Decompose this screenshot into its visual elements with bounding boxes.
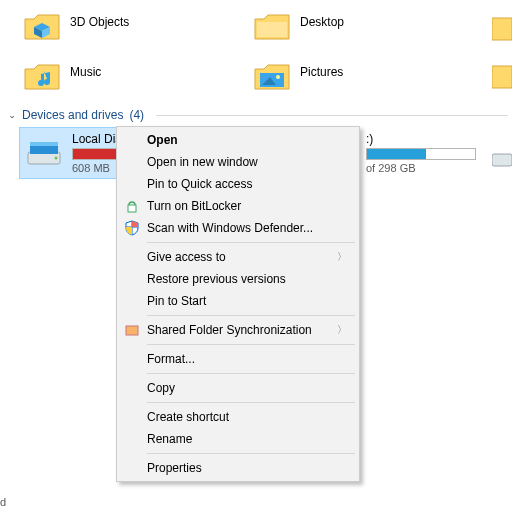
menu-separator <box>147 453 355 454</box>
drive-icon <box>26 136 62 170</box>
folder-label: Music <box>70 65 101 91</box>
svg-point-10 <box>55 157 58 160</box>
menu-restore-previous[interactable]: Restore previous versions <box>119 268 357 290</box>
chevron-down-icon: ⌄ <box>8 111 16 120</box>
menu-label: Create shortcut <box>147 410 229 424</box>
group-title: Devices and drives <box>22 108 123 122</box>
context-menu: Open Open in new window Pin to Quick acc… <box>116 126 360 482</box>
chevron-right-icon: 〉 <box>337 250 347 264</box>
menu-label: Shared Folder Synchronization <box>147 323 312 337</box>
menu-label: Turn on BitLocker <box>147 199 241 213</box>
menu-label: Scan with Windows Defender... <box>147 221 313 235</box>
menu-label: Copy <box>147 381 175 395</box>
menu-pin-start[interactable]: Pin to Start <box>119 290 357 312</box>
capacity-bar <box>366 148 476 160</box>
folder-music[interactable]: Music <box>24 56 254 100</box>
menu-rename[interactable]: Rename <box>119 428 357 450</box>
folder-row: Music Pictures <box>0 50 512 100</box>
folder-icon <box>254 13 290 43</box>
shield-icon <box>124 220 140 236</box>
partial-folder-icon <box>492 14 512 42</box>
folder-3d-icon <box>24 13 60 43</box>
drive-subtext: of 298 GB <box>366 162 494 174</box>
svg-rect-3 <box>257 22 287 37</box>
folder-music-icon <box>24 63 60 93</box>
menu-separator <box>147 344 355 345</box>
folder-desktop[interactable]: Desktop <box>254 6 484 50</box>
chevron-right-icon: 〉 <box>337 323 347 337</box>
capacity-fill <box>367 149 426 159</box>
group-count: (4) <box>129 108 144 122</box>
drive-info: :) of 298 GB <box>366 132 494 174</box>
svg-rect-9 <box>30 142 58 146</box>
menu-open-new-window[interactable]: Open in new window <box>119 151 357 173</box>
folder-row: 3D Objects Desktop <box>0 0 512 50</box>
menu-give-access[interactable]: Give access to 〉 <box>119 246 357 268</box>
menu-label: Properties <box>147 461 202 475</box>
folder-pictures-icon <box>254 63 290 93</box>
menu-separator <box>147 373 355 374</box>
svg-point-6 <box>276 75 280 79</box>
folder-label: Desktop <box>300 15 344 41</box>
menu-create-shortcut[interactable]: Create shortcut <box>119 406 357 428</box>
bitlocker-icon <box>124 198 140 214</box>
status-fragment: d <box>0 496 6 508</box>
menu-label: Open in new window <box>147 155 258 169</box>
menu-separator <box>147 315 355 316</box>
devices-group-header[interactable]: ⌄ Devices and drives (4) <box>0 100 512 126</box>
sync-icon <box>124 322 140 338</box>
menu-pin-quick-access[interactable]: Pin to Quick access <box>119 173 357 195</box>
menu-label: Give access to <box>147 250 226 264</box>
svg-rect-12 <box>128 205 136 212</box>
folder-label: 3D Objects <box>70 15 129 41</box>
menu-separator <box>147 402 355 403</box>
svg-rect-13 <box>126 326 138 335</box>
menu-bitlocker[interactable]: Turn on BitLocker <box>119 195 357 217</box>
folder-pictures[interactable]: Pictures <box>254 56 484 100</box>
menu-copy[interactable]: Copy <box>119 377 357 399</box>
menu-label: Format... <box>147 352 195 366</box>
group-divider <box>156 115 508 116</box>
menu-label: Rename <box>147 432 192 446</box>
drive-name: :) <box>366 132 494 146</box>
menu-properties[interactable]: Properties <box>119 457 357 479</box>
drive-item[interactable]: :) of 298 GB <box>360 128 500 178</box>
menu-open[interactable]: Open <box>119 129 357 151</box>
folder-3d-objects[interactable]: 3D Objects <box>24 6 254 50</box>
menu-label: Pin to Start <box>147 294 206 308</box>
menu-shared-folder-sync[interactable]: Shared Folder Synchronization 〉 <box>119 319 357 341</box>
menu-label: Open <box>147 133 178 147</box>
menu-label: Pin to Quick access <box>147 177 252 191</box>
menu-separator <box>147 242 355 243</box>
partial-drive-icon <box>492 140 512 170</box>
partial-folder-icon <box>492 62 512 90</box>
svg-rect-11 <box>492 154 512 166</box>
menu-label: Restore previous versions <box>147 272 286 286</box>
menu-windows-defender[interactable]: Scan with Windows Defender... <box>119 217 357 239</box>
folder-label: Pictures <box>300 65 343 91</box>
menu-format[interactable]: Format... <box>119 348 357 370</box>
